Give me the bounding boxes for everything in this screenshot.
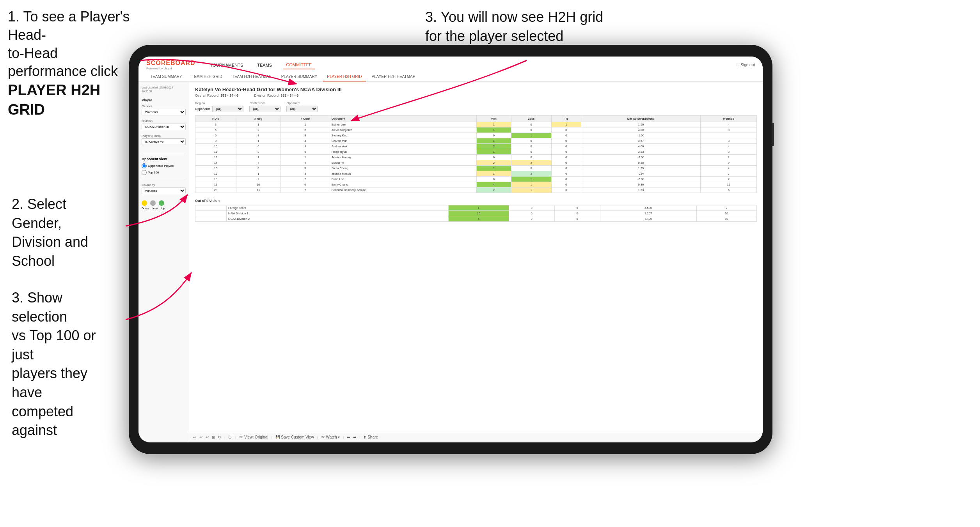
sidebar-division-label: Division: [142, 119, 186, 123]
grid-content: Katelyn Vo Head-to-Head Grid for Women's…: [189, 82, 763, 433]
filters-row: Region Opponents: (All) Conference: [195, 101, 757, 112]
radio-group: Opponents Played Top 100: [142, 163, 186, 175]
instruction-block-1: 1. To see a Player's Head- to-Head perfo…: [8, 8, 137, 119]
share-icon: ⬆: [363, 435, 366, 439]
sidebar-divider: [142, 153, 186, 153]
table-row: 11 2 5 Heejo Hyun 1 0 0 3.33 3: [195, 149, 757, 155]
dot-down: [142, 200, 147, 206]
sidebar-timestamp: Last Updated: 27/03/202416:55:38: [142, 86, 186, 94]
nav-tournaments[interactable]: TOURNAMENTS: [207, 61, 247, 69]
sidebar-player-rank-select[interactable]: 8. Katelyn Vo: [142, 138, 186, 145]
table-row: 6 3 3 Sydney Kuo 0 1 0 -1.00: [195, 133, 757, 138]
table-row: 19 10 6 Emily Chang 4 1 0 0.30 11: [195, 182, 757, 187]
grid-title: Katelyn Vo Head-to-Head Grid for Women's…: [195, 87, 757, 92]
refresh-btn[interactable]: ⟳: [218, 435, 221, 439]
step3-right-text: 3. You will now see H2H grid for the pla…: [425, 8, 603, 46]
sub-team-summary[interactable]: TEAM SUMMARY: [146, 73, 186, 81]
col-rounds: Rounds: [701, 116, 757, 122]
sidebar-gender-select[interactable]: Women's: [142, 109, 186, 115]
col-opponent: Opponent: [330, 116, 477, 122]
grid-btn[interactable]: ⊞: [212, 435, 215, 439]
sub-player-summary[interactable]: PLAYER SUMMARY: [277, 73, 321, 81]
col-tie: Tie: [551, 116, 581, 122]
nav-links: TOURNAMENTS TEAMS COMMITTEE: [207, 61, 737, 69]
filter-conference-label: Conference: [249, 101, 281, 105]
col-win: Win: [477, 116, 511, 122]
sidebar-divider2: [142, 179, 186, 179]
step3-left-text: 3. Show selection vs Top 100 or just pla…: [12, 288, 117, 440]
filter-opponent-select[interactable]: (All): [286, 106, 318, 112]
table-row: 20 11 7 Federica Domecq Lacroze 2 1 0 1.…: [195, 187, 757, 193]
filter-conference-select[interactable]: (All): [249, 106, 281, 112]
sidebar-gender-label: Gender: [142, 104, 186, 108]
filter-region: Region Opponents: (All): [195, 101, 243, 112]
table-row: 14 7 4 Eunice Yi 2 2 0 0.38 9: [195, 160, 757, 166]
dot-up: [159, 200, 164, 206]
sidebar-player-title: Player: [142, 98, 186, 102]
colour-section: Colour by Win/loss Down Level Up: [142, 183, 186, 210]
share-btn[interactable]: ⬆ Share: [363, 435, 378, 439]
col-conf: # Conf: [281, 116, 330, 122]
table-row: 9 1 4 Sharon Mun 1 0 0 3.67 3: [195, 138, 757, 144]
watch-btn[interactable]: 👁 Watch ▾: [321, 435, 340, 439]
sign-out-link[interactable]: Sign out: [740, 63, 755, 67]
arrow-right-btn[interactable]: ➡: [353, 435, 356, 439]
sub-nav: TEAM SUMMARY TEAM H2H GRID TEAM H2H HEAT…: [146, 73, 755, 81]
filter-conference: Conference (All): [249, 101, 281, 112]
step1-text: 1. To see a Player's Head- to-Head perfo…: [8, 8, 137, 119]
radio-opponents-played[interactable]: Opponents Played: [142, 163, 186, 168]
step2-text: 2. Select Gender, Division and School: [12, 195, 117, 271]
col-loss: Loss: [511, 116, 551, 122]
out-of-division-title: Out of division: [195, 199, 757, 203]
sub-player-h2h-heatmap[interactable]: PLAYER H2H HEATMAP: [368, 73, 419, 81]
tablet-side-button: [772, 123, 774, 146]
table-row: 16 1 3 Jessica Mason 1 2 0 -0.94 7: [195, 171, 757, 177]
table-row: 5 2 2 Alexis Sudjianto 1 0 0 4.00 3: [195, 127, 757, 133]
instruction-block-3-right: 3. You will now see H2H grid for the pla…: [425, 8, 603, 46]
table-row: 3 1 1 Esther Lee 1 0 1 1.50 4: [195, 122, 757, 127]
undo-btn[interactable]: ↩: [193, 435, 196, 439]
table-row: 15 8 5 Stella Cheng 1 0 0 1.25 4: [195, 166, 757, 171]
nav-right: i | Sign out: [737, 63, 755, 67]
arrow-left-btn[interactable]: ⬅: [347, 435, 350, 439]
redo-btn[interactable]: ↩: [199, 435, 202, 439]
view-original-btn[interactable]: 👁 View: Original: [239, 435, 268, 439]
view-icon: 👁: [239, 435, 243, 439]
ood-table-row: Foreign Team 1 0 0 4.500 2: [195, 205, 757, 211]
dot-level: [150, 200, 156, 206]
sub-team-h2h-grid[interactable]: TEAM H2H GRID: [188, 73, 226, 81]
colour-by-select[interactable]: Win/loss: [142, 187, 186, 194]
sidebar-division-select[interactable]: NCAA Division III: [142, 124, 186, 130]
save-custom-btn[interactable]: 💾 Save Custom View: [275, 435, 314, 439]
logo-main: SCOREBOARD: [146, 60, 195, 67]
nav-committee[interactable]: COMMITTEE: [283, 61, 315, 69]
filter-region-label: Region: [195, 101, 243, 105]
colour-labels: Down Level Up: [142, 207, 186, 210]
main-content: Last Updated: 27/03/202416:55:38 Player …: [138, 82, 763, 441]
tablet-frame: SCOREBOARD Powered by clippd TOURNAMENTS…: [129, 45, 772, 454]
sub-team-h2h-heatmap[interactable]: TEAM H2H HEATMAP: [228, 73, 275, 81]
instruction-block-3-left: 3. Show selection vs Top 100 or just pla…: [4, 285, 125, 444]
out-of-division-table: Foreign Team 1 0 0 4.500 2 NAIA Division…: [195, 205, 757, 222]
col-div: # Div: [195, 116, 236, 122]
h2h-table: # Div # Reg # Conf Opponent Win Loss Tie…: [195, 115, 757, 193]
sub-player-h2h-grid[interactable]: PLAYER H2H GRID: [323, 73, 366, 81]
toolbar: ↩ ↩ ↩ ⊞ ⟳ | ⏱ | 👁 View: Original | 💾: [189, 433, 763, 441]
save-icon: 💾: [275, 435, 280, 439]
sidebar-player-rank-label: Player (Rank): [142, 134, 186, 138]
tablet-screen: SCOREBOARD Powered by clippd TOURNAMENTS…: [138, 57, 763, 442]
ood-table-row: NCAA Division 2 5 0 0 7.400 10: [195, 216, 757, 222]
opponent-view-title: Opponent view: [142, 157, 186, 161]
radio-top100[interactable]: Top 100: [142, 170, 186, 175]
clock-btn[interactable]: ⏱: [228, 435, 232, 439]
instruction-block-2: 2. Select Gender, Division and School: [4, 191, 125, 274]
filter-region-select[interactable]: (All): [212, 106, 243, 112]
undo2-btn[interactable]: ↩: [206, 435, 209, 439]
table-row: 18 2 2 Euna Lee 0 1 0 -5.00 2: [195, 177, 757, 182]
ood-table-row: NAIA Division 1 15 0 0 9.267 30: [195, 211, 757, 216]
nav-top: SCOREBOARD Powered by clippd TOURNAMENTS…: [146, 60, 755, 70]
nav-bar: SCOREBOARD Powered by clippd TOURNAMENTS…: [138, 57, 763, 82]
table-row: 10 6 3 Andrea York 2 0 0 4.00 4: [195, 144, 757, 149]
filter-opponent: Opponent (All): [286, 101, 318, 112]
nav-teams[interactable]: TEAMS: [254, 61, 275, 69]
